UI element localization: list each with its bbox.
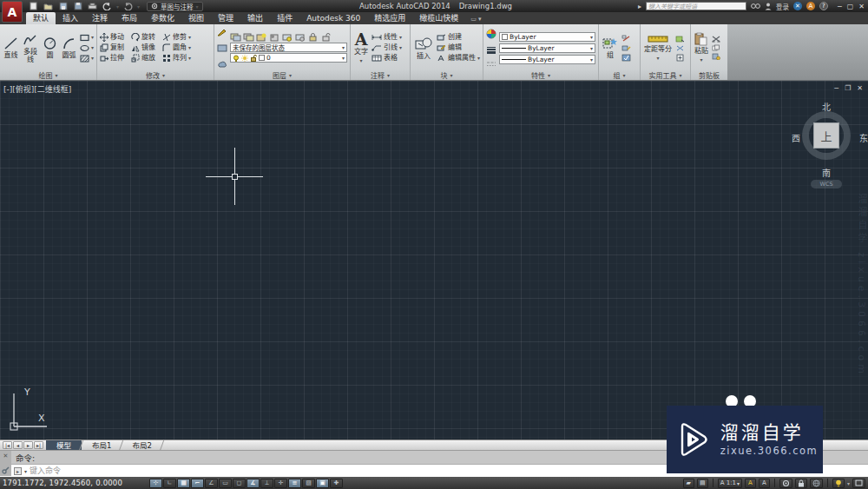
lineweight-icon[interactable]	[486, 46, 496, 54]
command-close-icon[interactable]: ✕	[3, 453, 9, 459]
viewcube-wcs-menu[interactable]: WCS	[811, 180, 842, 188]
help-icon[interactable]: ?	[819, 2, 828, 10]
ungroup-icon[interactable]	[621, 35, 631, 43]
viewcube[interactable]: 北 上 西 东 南 WCS	[792, 100, 868, 190]
command-prompt-icon[interactable]: ▸	[14, 467, 22, 475]
close-icon[interactable]: ✕	[858, 3, 865, 10]
fillet-button[interactable]: 圆角▾	[162, 43, 191, 52]
status-menu-arrow-icon[interactable]: ▾	[847, 480, 850, 486]
maximize-icon[interactable]: ▢	[847, 3, 854, 10]
leader-button[interactable]: 引线▾	[372, 43, 402, 52]
mirror-button[interactable]: 镜像	[131, 43, 155, 52]
polyline-button[interactable]: 多段线	[22, 33, 39, 63]
layer-on-icon[interactable]	[282, 33, 293, 42]
dimension-button[interactable]: 线性▾	[372, 33, 402, 42]
clean-screen-button[interactable]	[852, 479, 865, 488]
first-tab-button[interactable]: |◂	[3, 441, 12, 449]
point-style-icon[interactable]	[675, 54, 685, 62]
group-selection-icon[interactable]	[621, 54, 631, 62]
edit-block-button[interactable]: 编辑	[437, 43, 480, 52]
viewcube-east[interactable]: 东	[859, 131, 868, 144]
tab-glodon[interactable]: 橄榄山快模	[412, 12, 465, 24]
panel-annotation-footer[interactable]: 注释▾	[351, 69, 410, 80]
scale-button[interactable]: 缩放	[131, 54, 155, 63]
panel-block-footer[interactable]: 块▾	[411, 69, 483, 80]
transparency-toggle[interactable]: ▨	[302, 479, 315, 488]
recent-commands-icon[interactable]: ▾	[24, 468, 27, 474]
quick-properties-toggle[interactable]: ▣	[316, 479, 329, 488]
tab-featured-apps[interactable]: 精选应用	[367, 12, 412, 24]
rotate-button[interactable]: 旋转	[131, 33, 155, 42]
lineweight-dropdown[interactable]: ByLayer▾	[499, 43, 595, 53]
autodesk-app-icon[interactable]: A	[806, 2, 815, 10]
layer-properties-icon[interactable]	[217, 27, 227, 36]
linetype-dropdown[interactable]: ByLayer▾	[499, 55, 595, 64]
measure-button[interactable]: 定距等分 ▾	[643, 34, 673, 62]
stretch-button[interactable]: 拉伸	[100, 54, 124, 63]
panel-utilities-footer[interactable]: 实用工具▾	[641, 69, 690, 80]
coordinates-display[interactable]: 1791.1772, 1972.4560, 0.0000	[3, 479, 148, 487]
line-button[interactable]: 直线	[3, 36, 19, 59]
layer-dropdown[interactable]: 0▾	[230, 53, 347, 63]
linetype-icon[interactable]	[486, 62, 496, 67]
save-button[interactable]	[57, 2, 69, 11]
tab-layout1[interactable]: 布局1	[82, 440, 122, 451]
paste-button[interactable]: 粘贴 ▾	[694, 32, 709, 63]
tab-layout[interactable]: 布局	[115, 12, 144, 24]
layer-thaw-icon[interactable]	[295, 33, 306, 42]
doc-restore-icon[interactable]: ❐	[845, 84, 851, 92]
drawing-area[interactable]: [-][俯视][二维线框] ─ ❐ ✕ 北 上 西 东 南 WCS Y X	[0, 81, 868, 439]
layer-unlock-icon[interactable]	[321, 33, 332, 42]
annotation-scale-button[interactable]: A 1:1▾	[718, 479, 742, 488]
doc-close-icon[interactable]: ✕	[857, 84, 863, 92]
quick-select-icon[interactable]	[675, 35, 685, 43]
workspace-dropdown[interactable]: 草图与注释 ▾	[147, 2, 203, 11]
minimize-icon[interactable]: ─	[838, 3, 842, 10]
array-button[interactable]: 阵列▾	[162, 54, 191, 63]
ellipse-button[interactable]: ▾	[80, 43, 94, 52]
status-tray-button[interactable]	[810, 479, 823, 488]
workspace-switching-button[interactable]	[779, 479, 792, 488]
redo-button[interactable]	[122, 2, 134, 11]
selection-cycling-toggle[interactable]: ✚	[330, 479, 343, 488]
toolbar-lock-button[interactable]	[795, 479, 807, 488]
tab-manage[interactable]: 管理	[211, 12, 240, 24]
object-snap-tracking-toggle[interactable]: ∡	[247, 479, 260, 488]
redo-dropdown-icon[interactable]: ▾	[137, 3, 140, 10]
layer-freeze-icon[interactable]	[256, 33, 267, 42]
next-tab-button[interactable]: ▸	[23, 441, 33, 449]
color-dropdown[interactable]: ByLayer▾	[499, 32, 595, 42]
group-edit-icon[interactable]	[621, 44, 631, 52]
polar-tracking-toggle[interactable]: ∠	[205, 479, 218, 488]
application-menu-button[interactable]: A	[2, 1, 23, 23]
tab-parametric[interactable]: 参数化	[144, 12, 181, 24]
layer-match-icon[interactable]	[217, 43, 227, 53]
user-icon[interactable]	[765, 3, 772, 10]
panel-group-footer[interactable]: 组▾	[599, 69, 640, 80]
cut-icon[interactable]	[712, 36, 720, 43]
dynamic-ucs-toggle[interactable]: ⟂	[260, 479, 273, 488]
table-button[interactable]: 表格	[372, 54, 402, 63]
layer-off-icon[interactable]	[269, 33, 280, 42]
annotation-visibility-button[interactable]: A	[745, 479, 756, 488]
panel-draw-footer[interactable]: 绘图▾	[0, 69, 96, 80]
circle-button[interactable]: 圆	[42, 36, 58, 59]
undo-dropdown-icon[interactable]: ▾	[116, 3, 119, 10]
trim-button[interactable]: 修剪▾	[162, 33, 191, 42]
panel-properties-footer[interactable]: 特性▾	[483, 69, 598, 80]
tab-insert[interactable]: 插入	[56, 12, 85, 24]
quick-view-layouts-button[interactable]: ▤	[697, 479, 708, 488]
hatch-button[interactable]: ▾	[80, 54, 94, 63]
tab-output[interactable]: 输出	[240, 12, 270, 24]
object-snap-3d-toggle[interactable]: ◻	[233, 479, 246, 488]
text-button[interactable]: A 文字 ▾	[353, 31, 369, 64]
lineweight-toggle[interactable]: ≡	[288, 479, 301, 488]
plot-button[interactable]	[87, 2, 98, 11]
exchange-apps-icon[interactable]: ✕	[793, 2, 802, 10]
layer-unisolate-icon[interactable]	[243, 33, 254, 42]
copy-button[interactable]: 复制	[100, 43, 124, 52]
object-snap-toggle[interactable]: ▭	[219, 479, 232, 488]
tab-view[interactable]: 视图	[181, 12, 211, 24]
tab-annotate[interactable]: 注释	[85, 12, 115, 24]
edit-attributes-button[interactable]: 编辑属性▾	[437, 54, 480, 63]
